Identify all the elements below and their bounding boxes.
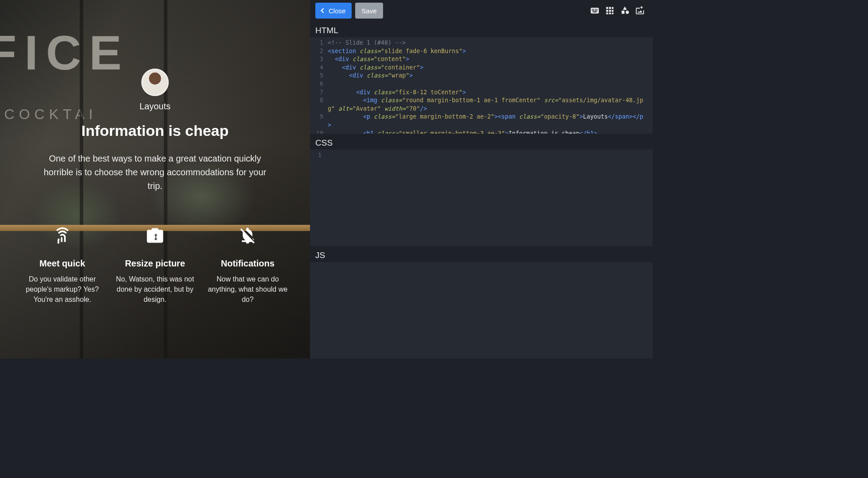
switch-camera-icon	[113, 224, 197, 247]
shapes-icon[interactable]	[617, 4, 632, 17]
css-section-label: CSS	[310, 134, 653, 150]
keyboard-icon[interactable]	[587, 4, 602, 17]
save-button[interactable]: Save	[355, 3, 383, 19]
feature-body: Now that we can do anything, what should…	[205, 274, 290, 305]
feature-body: Do you validate other people's markup? Y…	[20, 274, 105, 305]
chevron-left-icon	[321, 8, 326, 13]
feature-resize-picture: Resize picture No, Watson, this was not …	[113, 224, 197, 305]
fingerprint-icon	[20, 224, 105, 247]
html-code-editor[interactable]: 1<!-- Slide 1 (#48) -->2<section class="…	[310, 37, 653, 134]
add-image-icon[interactable]	[632, 4, 647, 17]
editor-toolbar: Close Save	[310, 0, 653, 21]
feature-title: Notifications	[205, 258, 290, 269]
js-code-editor[interactable]	[310, 262, 653, 358]
feature-meet-quick: Meet quick Do you validate other people'…	[20, 224, 105, 305]
slide-preview: FICE - COCKTAI Layouts Information is ch…	[0, 0, 310, 358]
feature-title: Meet quick	[20, 258, 105, 269]
grid-icon[interactable]	[602, 4, 617, 17]
js-section-label: JS	[310, 246, 653, 262]
features-row: Meet quick Do you validate other people'…	[0, 193, 310, 305]
avatar	[141, 69, 169, 96]
feature-notifications: Notifications Now that we can do anythin…	[205, 224, 290, 305]
slide-content: Layouts Information is cheap One of the …	[0, 0, 310, 193]
css-code-editor[interactable]: 1	[310, 150, 653, 246]
code-editor-panel: Close Save HTML 1<!-- Slide 1 (#48) -->2…	[310, 0, 653, 358]
layouts-label: Layouts	[0, 101, 310, 112]
html-section-label: HTML	[310, 21, 653, 37]
notifications-off-icon	[205, 224, 290, 247]
slide-title: Information is cheap	[16, 122, 294, 139]
feature-title: Resize picture	[113, 258, 197, 269]
close-button[interactable]: Close	[315, 3, 352, 19]
slide-lead: One of the best ways to make a great vac…	[35, 152, 275, 193]
feature-body: No, Watson, this was not done by acciden…	[113, 274, 197, 305]
